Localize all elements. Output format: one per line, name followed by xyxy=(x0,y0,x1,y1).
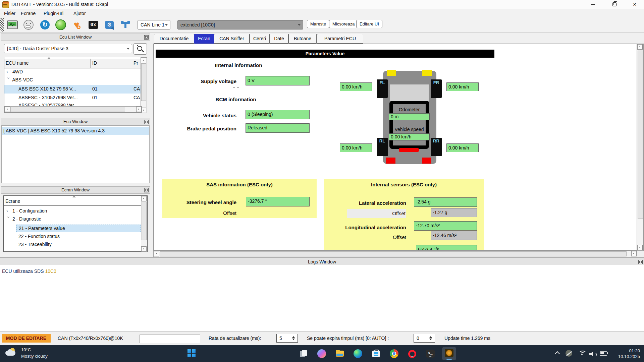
terminal-icon[interactable]: >_ xyxy=(426,349,435,358)
menu-plugin-uri[interactable]: Plugin-uri xyxy=(42,10,65,17)
main-hscrollbar[interactable] xyxy=(153,250,637,257)
scroll-up-icon[interactable] xyxy=(637,44,643,50)
ecu-row-selected[interactable]: ABS ESC X10 52 79 98 V... 01 CA xyxy=(4,85,141,94)
screen-monitor-icon[interactable] xyxy=(7,19,18,31)
clock[interactable]: 01:20 10.10.2025 xyxy=(618,348,640,359)
windows-start-button[interactable] xyxy=(187,349,196,358)
battery-icon[interactable] xyxy=(600,351,608,360)
steering-wheel-angle-field[interactable]: -3276.7 ° xyxy=(246,197,310,206)
float-panel-icon[interactable] xyxy=(144,188,149,192)
task-view-icon[interactable] xyxy=(299,349,308,358)
scroll-right-icon[interactable] xyxy=(631,251,637,256)
can-line-select[interactable]: CAN Line 1 xyxy=(138,20,170,29)
copilot-icon[interactable] xyxy=(317,349,326,358)
ecran-tree-vscrollbar[interactable] xyxy=(141,196,147,252)
heart-pulse-icon[interactable]: ♥+ xyxy=(71,19,82,31)
tree-item-diagnostic[interactable]: › 2 - Diagnostic xyxy=(4,216,141,224)
face-icon[interactable] xyxy=(23,19,34,31)
tab-documentatie[interactable]: Documentatie xyxy=(154,34,194,44)
tab-butoane[interactable]: Butoane xyxy=(288,34,317,44)
odometer-field[interactable]: 0 m xyxy=(389,113,430,120)
longitudinal-offset-field[interactable]: -12.46 m/s² xyxy=(431,231,477,240)
tree-item-function-status[interactable]: 22 - Function status xyxy=(18,234,139,241)
menu-ecrane[interactable]: Ecrane xyxy=(19,10,37,17)
close-button[interactable]: × xyxy=(628,0,641,9)
tab-date[interactable]: Date xyxy=(270,34,288,44)
tree-group-abs-vdc[interactable]: › ABS-VDC xyxy=(4,77,141,85)
clock-date: 10.10.2025 xyxy=(618,354,640,359)
wheel-speed-fr-field[interactable]: 0.00 km/h xyxy=(446,82,479,91)
tab-cereri[interactable]: Cereri xyxy=(250,34,270,44)
scroll-left-icon[interactable] xyxy=(5,107,10,112)
wheel-speed-fl-field[interactable]: 0.00 km/h xyxy=(340,82,372,91)
hex-mode-icon[interactable]: 0x xyxy=(88,19,99,31)
vehicle-select[interactable]: [XJD] - Dacia Duster Phase 3 xyxy=(4,44,132,53)
mareste-button[interactable]: Mareste xyxy=(307,20,329,28)
menu-fisier[interactable]: Fisier xyxy=(3,10,17,17)
tree-group-4wd[interactable]: › 4WD xyxy=(4,69,141,77)
supply-voltage-field[interactable]: 0 V xyxy=(246,76,310,85)
ddt4all-taskbar-active[interactable] xyxy=(442,347,456,360)
float-panel-icon[interactable] xyxy=(638,260,643,264)
micsoreaza-button[interactable]: Micsoreaza xyxy=(329,20,358,28)
edge-icon[interactable] xyxy=(354,349,362,358)
yaw-rate-field[interactable]: 6553.4 °/s xyxy=(416,245,477,250)
record-icon[interactable] xyxy=(55,19,66,31)
wheel-speed-rr-field[interactable]: 0.00 km/h xyxy=(446,143,479,152)
scroll-down-icon[interactable] xyxy=(141,246,147,252)
timeout-spinner[interactable]: 0 xyxy=(414,334,435,343)
scroll-left-icon[interactable] xyxy=(154,251,159,256)
main-vscrollbar[interactable] xyxy=(637,44,644,251)
tab-can-sniffer[interactable]: CAN Sniffer xyxy=(214,34,250,44)
weather-widget[interactable]: 10°C Mostly cloudy xyxy=(3,347,63,361)
selected-ecu-item[interactable]: [ ABS-VDC ] ABS ESC X10 52 79 98 Version… xyxy=(2,127,149,135)
menu-ajutor[interactable]: Ajutor xyxy=(72,10,87,17)
editare-ui-button[interactable]: Editare UI xyxy=(356,20,382,28)
restore-button[interactable] xyxy=(608,0,621,9)
ecran-tree-header[interactable]: Ecrane xyxy=(4,197,141,206)
scroll-up-icon[interactable] xyxy=(141,196,147,201)
tab-parametri-ecu[interactable]: Parametri ECU xyxy=(317,34,363,44)
opera-icon[interactable] xyxy=(408,349,417,358)
ecu-row-partial[interactable]: ABSESC - X10527998 Ver... xyxy=(4,103,141,106)
vehicle-speed-field[interactable]: 0.00 km/h xyxy=(389,133,430,140)
float-panel-icon[interactable] xyxy=(144,35,149,40)
microsoft-store-icon[interactable] xyxy=(372,349,380,358)
tray-chevron-icon[interactable] xyxy=(553,351,561,359)
tree-item-configuration[interactable]: › 1 - Configuration xyxy=(4,208,141,216)
scroll-up-icon[interactable] xyxy=(141,58,146,63)
speaker-icon[interactable] xyxy=(589,351,598,359)
wifi-icon[interactable] xyxy=(578,351,587,359)
ecu-row[interactable]: ABSESC - X10527998 Ver... 01 CA xyxy=(4,94,141,102)
wheel-speed-rl-field[interactable]: 0.00 km/h xyxy=(340,143,372,152)
ecu-window: Ecu Window [ ABS-VDC ] ABS ESC X10 52 79… xyxy=(1,118,150,184)
tree-item-parameters-value[interactable]: 21 - Parameters value xyxy=(16,225,141,232)
scroll-right-icon[interactable] xyxy=(136,107,142,112)
night-globe-icon[interactable] xyxy=(566,350,574,359)
ecu-table-vscrollbar[interactable] xyxy=(141,57,147,113)
screen-select[interactable]: extended [10C0] xyxy=(177,20,303,29)
float-panel-icon[interactable] xyxy=(144,120,149,124)
vehicle-status-field[interactable]: 0 (Sleeping) xyxy=(246,110,310,119)
toolbar-grip[interactable] xyxy=(0,18,4,32)
tab-ecran[interactable]: Ecran xyxy=(194,34,214,44)
ecu-search-button[interactable] xyxy=(133,43,147,55)
brake-pedal-field[interactable]: Released xyxy=(246,123,310,133)
column-id[interactable]: ID xyxy=(91,59,132,68)
file-explorer-icon[interactable] xyxy=(335,349,344,358)
lateral-offset-field[interactable]: -1.27 g xyxy=(431,208,477,217)
ecu-table-hscrollbar[interactable] xyxy=(4,106,142,113)
valve-icon[interactable] xyxy=(120,19,131,31)
tree-item-traceability[interactable]: 23 - Traceability xyxy=(18,242,139,249)
lateral-acceleration-field[interactable]: -2.54 g xyxy=(414,197,477,207)
minimize-button[interactable] xyxy=(586,0,600,9)
refresh-rate-spinner[interactable]: 5 xyxy=(276,334,298,343)
scroll-down-icon[interactable] xyxy=(637,245,643,250)
column-ecu-nume[interactable]: ECU nume xyxy=(4,59,91,68)
status-input[interactable] xyxy=(139,335,200,343)
refresh-icon[interactable]: ↻ xyxy=(39,19,51,31)
chrome-icon[interactable] xyxy=(390,349,398,358)
gear-chat-icon[interactable]: ⚙ xyxy=(104,19,115,31)
longitudinal-acceleration-field[interactable]: -12.70 m/s² xyxy=(414,221,477,231)
column-protocol[interactable]: Pr xyxy=(132,59,141,68)
